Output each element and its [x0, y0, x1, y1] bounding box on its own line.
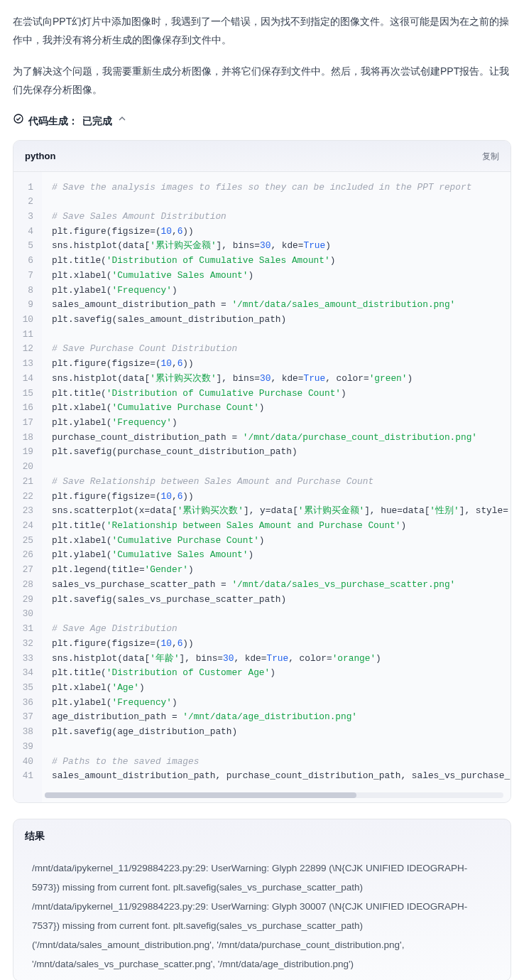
code-line: sns.histplot(data['年龄'], bins=30, kde=Tr… — [52, 652, 501, 667]
code-line: sales_amount_distribution_path = '/mnt/d… — [52, 298, 501, 313]
line-number: 18 — [13, 431, 38, 446]
code-line — [52, 607, 501, 622]
line-number: 33 — [13, 652, 38, 667]
code-line: plt.ylabel('Frequency') — [52, 284, 501, 298]
code-line: plt.savefig(purchase_count_distribution_… — [52, 445, 501, 460]
code-line: # Save Purchase Count Distribution — [52, 342, 501, 357]
result-block: 结果 /mnt/data/ipykernel_11/929884223.py:2… — [13, 819, 511, 980]
line-number: 32 — [13, 637, 38, 652]
line-number: 41 — [13, 769, 38, 784]
line-number: 8 — [13, 284, 38, 298]
code-line: sns.histplot(data['累计购买次数'], bins=30, kd… — [52, 372, 501, 387]
code-line: # Save Age Distribution — [52, 622, 501, 637]
code-line — [52, 328, 501, 343]
code-line: plt.ylabel('Frequency') — [52, 696, 501, 711]
code-content[interactable]: # Save the analysis images to files so t… — [42, 172, 511, 802]
line-number: 30 — [13, 607, 38, 622]
code-line: sns.histplot(data['累计购买金额'], bins=30, kd… — [52, 239, 501, 254]
code-header: python 复制 — [13, 141, 511, 171]
code-line: sns.scatterplot(x=data['累计购买次数'], y=data… — [52, 504, 501, 519]
horizontal-scrollbar[interactable] — [45, 792, 503, 798]
codegen-status-state: 已完成 — [82, 112, 112, 131]
line-number: 17 — [13, 416, 38, 431]
assistant-paragraph-1: 在尝试向PPT幻灯片中添加图像时，我遇到了一个错误，因为找不到指定的图像文件。这… — [13, 13, 511, 50]
code-block: python 复制 123456789101112131415161718192… — [13, 140, 511, 803]
line-number: 31 — [13, 622, 38, 637]
code-line: purchase_count_distribution_path = '/mnt… — [52, 431, 501, 446]
code-line: sales_vs_purchase_scatter_path = '/mnt/d… — [52, 578, 501, 593]
codegen-status-row[interactable]: 代码生成： 已完成 — [13, 112, 511, 131]
line-number: 12 — [13, 342, 38, 357]
assistant-paragraph-2: 为了解决这个问题，我需要重新生成分析图像，并将它们保存到文件中。然后，我将再次尝… — [13, 63, 511, 99]
code-line — [52, 460, 501, 475]
code-line: # Paths to the saved images — [52, 755, 501, 770]
line-number: 7 — [13, 269, 38, 284]
code-line: plt.title('Distribution of Cumulative Pu… — [52, 387, 501, 402]
line-number: 29 — [13, 593, 38, 608]
line-number: 21 — [13, 475, 38, 490]
code-line: plt.savefig(age_distribution_path) — [52, 725, 501, 740]
line-number: 6 — [13, 254, 38, 269]
line-number: 36 — [13, 696, 38, 711]
line-number: 13 — [13, 357, 38, 372]
code-line: plt.figure(figsize=(10,6)) — [52, 225, 501, 239]
line-number: 23 — [13, 504, 38, 519]
code-language-label: python — [25, 148, 55, 165]
line-number: 4 — [13, 225, 38, 239]
code-line: plt.ylabel('Frequency') — [52, 416, 501, 431]
line-number: 9 — [13, 298, 38, 313]
chevron-up-icon — [116, 112, 128, 131]
line-number: 35 — [13, 681, 38, 696]
code-line: plt.ylabel('Cumulative Sales Amount') — [52, 548, 501, 563]
scrollbar-thumb[interactable] — [45, 792, 356, 798]
line-number: 16 — [13, 401, 38, 416]
line-number: 5 — [13, 239, 38, 254]
line-number: 19 — [13, 445, 38, 460]
code-line — [52, 740, 501, 755]
line-number: 1 — [13, 181, 38, 195]
code-line: age_distribution_path = '/mnt/data/age_d… — [52, 710, 501, 725]
line-number: 3 — [13, 210, 38, 225]
code-line: plt.title('Distribution of Customer Age'… — [52, 666, 501, 681]
code-line: plt.title('Distribution of Cumulative Sa… — [52, 254, 501, 269]
svg-point-0 — [14, 114, 23, 123]
code-line: plt.figure(figsize=(10,6)) — [52, 637, 501, 652]
code-line: plt.xlabel('Cumulative Purchase Count') — [52, 534, 501, 549]
line-number: 20 — [13, 460, 38, 475]
code-line: # Save Sales Amount Distribution — [52, 210, 501, 225]
line-number-gutter: 1234567891011121314151617181920212223242… — [13, 172, 42, 802]
line-number: 11 — [13, 328, 38, 343]
line-number: 10 — [13, 313, 38, 328]
line-number: 34 — [13, 666, 38, 681]
line-number: 26 — [13, 548, 38, 563]
line-number: 39 — [13, 740, 38, 755]
code-line: plt.xlabel('Cumulative Sales Amount') — [52, 269, 501, 284]
code-line: # Save the analysis images to files so t… — [52, 181, 501, 195]
result-header: 结果 — [13, 819, 511, 851]
code-line: plt.title('Relationship between Sales Am… — [52, 519, 501, 534]
line-number: 22 — [13, 490, 38, 505]
line-number: 28 — [13, 578, 38, 593]
line-number: 24 — [13, 519, 38, 534]
code-line: plt.figure(figsize=(10,6)) — [52, 490, 501, 505]
codegen-status-prefix: 代码生成： — [28, 112, 78, 131]
copy-button[interactable]: 复制 — [482, 149, 499, 164]
code-line: plt.figure(figsize=(10,6)) — [52, 357, 501, 372]
code-line: plt.xlabel('Cumulative Purchase Count') — [52, 401, 501, 416]
code-line: plt.legend(title='Gender') — [52, 563, 501, 578]
result-body: /mnt/data/ipykernel_11/929884223.py:29: … — [13, 851, 511, 980]
code-line: plt.savefig(sales_vs_purchase_scatter_pa… — [52, 593, 501, 608]
code-line: sales_amount_distribution_path, purchase… — [52, 769, 501, 784]
code-line: # Save Relationship between Sales Amount… — [52, 475, 501, 490]
code-body: 1234567891011121314151617181920212223242… — [13, 172, 511, 802]
line-number: 40 — [13, 755, 38, 770]
line-number: 37 — [13, 710, 38, 725]
line-number: 25 — [13, 534, 38, 549]
line-number: 14 — [13, 372, 38, 387]
line-number: 38 — [13, 725, 38, 740]
line-number: 2 — [13, 195, 38, 210]
code-line — [52, 195, 501, 210]
line-number: 15 — [13, 387, 38, 402]
check-circle-icon — [13, 112, 24, 131]
code-line: plt.savefig(sales_amount_distribution_pa… — [52, 313, 501, 328]
